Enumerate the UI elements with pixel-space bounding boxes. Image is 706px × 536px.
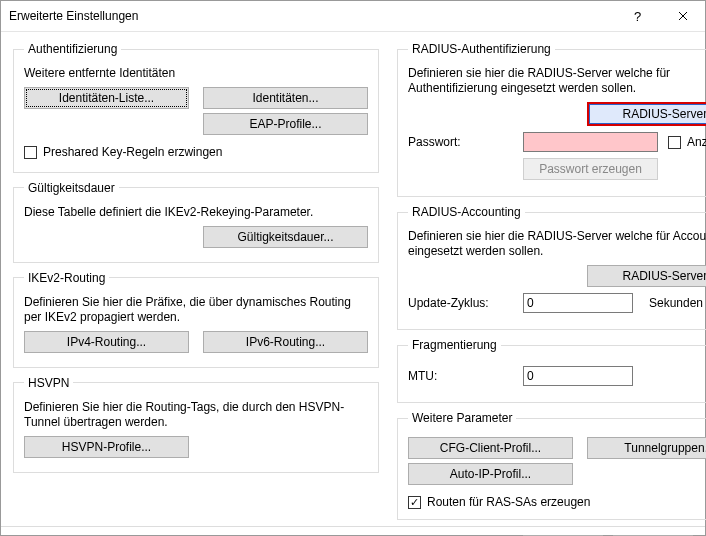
- eap-profiles-button[interactable]: EAP-Profile...: [203, 113, 368, 135]
- generate-password-button: Passwort erzeugen: [523, 158, 658, 180]
- ikev2-legend: IKEv2-Routing: [24, 271, 109, 285]
- identities-button[interactable]: Identitäten...: [203, 87, 368, 109]
- checkbox-checked-icon: ✓: [408, 496, 421, 509]
- mtu-label: MTU:: [408, 369, 513, 383]
- password-input[interactable]: [523, 132, 658, 152]
- close-button[interactable]: [660, 1, 705, 31]
- ikev2-group: IKEv2-Routing Definieren Sie hier die Pr…: [13, 271, 379, 368]
- other-params-group: Weitere Parameter CFG-Client-Profil... T…: [397, 411, 706, 520]
- validity-legend: Gültigkeitsdauer: [24, 181, 119, 195]
- auth-group: Authentifizierung Weitere entfernte Iden…: [13, 42, 379, 173]
- radius-acct-server-button[interactable]: RADIUS-Server...: [587, 265, 706, 287]
- radius-acct-desc: Definieren sie hier die RADIUS-Server we…: [408, 229, 706, 259]
- window-title: Erweiterte Einstellungen: [9, 9, 615, 23]
- show-password-label: Anzeigen: [687, 135, 706, 149]
- cfg-client-profile-button[interactable]: CFG-Client-Profil...: [408, 437, 573, 459]
- validity-desc: Diese Tabelle definiert die IKEv2-Rekeyi…: [24, 205, 368, 220]
- password-label: Passwort:: [408, 135, 513, 149]
- left-column: Authentifizierung Weitere entfernte Iden…: [13, 42, 379, 520]
- radius-auth-desc: Definieren sie hier die RADIUS-Server we…: [408, 66, 706, 96]
- ipv6-routing-button[interactable]: IPv6-Routing...: [203, 331, 368, 353]
- psk-checkbox-label: Preshared Key-Regeln erzwingen: [43, 145, 222, 159]
- help-button[interactable]: ?: [615, 1, 660, 31]
- validity-group: Gültigkeitsdauer Diese Tabelle definiert…: [13, 181, 379, 263]
- other-params-legend: Weitere Parameter: [408, 411, 516, 425]
- identity-list-button[interactable]: Identitäten-Liste...: [24, 87, 189, 109]
- fragmentation-legend: Fragmentierung: [408, 338, 501, 352]
- right-column: RADIUS-Authentifizierung Definieren sie …: [397, 42, 706, 520]
- radius-auth-legend: RADIUS-Authentifizierung: [408, 42, 555, 56]
- fragmentation-group: Fragmentierung MTU:: [397, 338, 706, 403]
- show-password-checkbox[interactable]: Anzeigen: [668, 135, 706, 149]
- checkbox-box-icon: [24, 146, 37, 159]
- auto-ip-profile-button[interactable]: Auto-IP-Profil...: [408, 463, 573, 485]
- update-cycle-unit: Sekunden: [649, 296, 703, 310]
- auth-desc: Weitere entfernte Identitäten: [24, 66, 368, 81]
- psk-checkbox[interactable]: Preshared Key-Regeln erzwingen: [24, 145, 222, 159]
- tunnel-groups-button[interactable]: Tunnelgruppen...: [587, 437, 706, 459]
- auth-legend: Authentifizierung: [24, 42, 121, 56]
- title-bar: Erweiterte Einstellungen ?: [1, 1, 705, 32]
- radius-auth-server-button[interactable]: RADIUS-Server...: [587, 102, 706, 126]
- dialog-footer: OK Abbrechen: [1, 526, 705, 536]
- hsvpn-group: HSVPN Definieren Sie hier die Routing-Ta…: [13, 376, 379, 473]
- ikev2-desc: Definieren Sie hier die Präfixe, die übe…: [24, 295, 368, 325]
- radius-acct-group: RADIUS-Accounting Definieren sie hier di…: [397, 205, 706, 330]
- routes-ras-sas-checkbox[interactable]: ✓ Routen für RAS-SAs erzeugen: [408, 495, 590, 509]
- hsvpn-desc: Definieren Sie hier die Routing-Tags, di…: [24, 400, 368, 430]
- update-cycle-input[interactable]: [523, 293, 633, 313]
- dialog-window: Erweiterte Einstellungen ? Authentifizie…: [0, 0, 706, 536]
- update-cycle-label: Update-Zyklus:: [408, 296, 513, 310]
- hsvpn-legend: HSVPN: [24, 376, 73, 390]
- validity-button[interactable]: Gültigkeitsdauer...: [203, 226, 368, 248]
- mtu-input[interactable]: [523, 366, 633, 386]
- radius-acct-legend: RADIUS-Accounting: [408, 205, 525, 219]
- ipv4-routing-button[interactable]: IPv4-Routing...: [24, 331, 189, 353]
- dialog-body: Authentifizierung Weitere entfernte Iden…: [1, 32, 705, 526]
- hsvpn-profiles-button[interactable]: HSVPN-Profile...: [24, 436, 189, 458]
- radius-auth-group: RADIUS-Authentifizierung Definieren sie …: [397, 42, 706, 197]
- routes-ras-sas-label: Routen für RAS-SAs erzeugen: [427, 495, 590, 509]
- checkbox-box-icon: [668, 136, 681, 149]
